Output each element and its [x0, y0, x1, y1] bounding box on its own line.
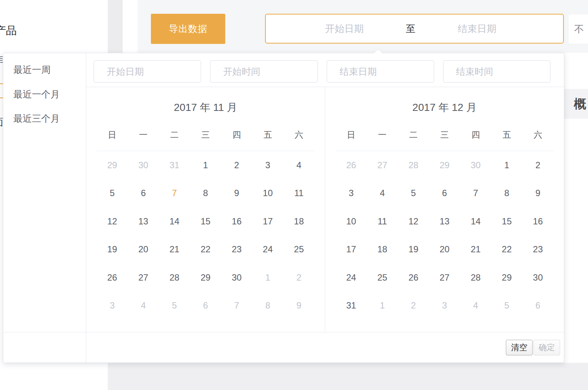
- range-end-placeholder[interactable]: 结束日期: [416, 22, 563, 35]
- calendar-day[interactable]: 7: [460, 188, 491, 198]
- calendar-day[interactable]: 25: [367, 272, 398, 283]
- calendar-day[interactable]: 12: [97, 216, 128, 227]
- calendar-day[interactable]: 9: [283, 300, 314, 311]
- end-time-field[interactable]: [443, 60, 550, 83]
- end-date-field[interactable]: [327, 60, 434, 83]
- calendar-day[interactable]: 22: [190, 244, 221, 255]
- shortcut-last-week[interactable]: 最近一周: [3, 62, 86, 77]
- calendar-day[interactable]: 20: [128, 244, 159, 255]
- shortcut-last-month[interactable]: 最近一个月: [3, 87, 86, 102]
- calendar-day[interactable]: 26: [97, 272, 128, 283]
- calendar-day-today[interactable]: 7: [159, 188, 190, 198]
- calendar-day[interactable]: 8: [252, 300, 284, 311]
- calendar-day[interactable]: 27: [429, 272, 460, 283]
- calendar-day[interactable]: 1: [491, 160, 523, 170]
- calendar-day[interactable]: 1: [252, 272, 284, 283]
- calendar-day[interactable]: 5: [159, 300, 190, 311]
- calendar-day[interactable]: 17: [336, 244, 367, 255]
- calendar-day[interactable]: 27: [128, 272, 159, 283]
- calendar-day[interactable]: 11: [367, 216, 398, 227]
- calendar-day[interactable]: 12: [398, 216, 429, 227]
- calendar-day[interactable]: 6: [522, 300, 553, 311]
- calendar-day[interactable]: 26: [398, 272, 429, 283]
- calendar-day[interactable]: 6: [190, 300, 221, 311]
- calendar-day[interactable]: 25: [283, 244, 314, 255]
- calendar-day[interactable]: 18: [283, 216, 314, 227]
- calendar-day[interactable]: 23: [221, 244, 252, 255]
- calendar-day[interactable]: 15: [190, 216, 221, 227]
- calendar-day[interactable]: 18: [367, 244, 398, 255]
- calendar-day[interactable]: 29: [97, 160, 128, 170]
- calendar-day[interactable]: 3: [336, 188, 367, 198]
- calendar-day[interactable]: 26: [336, 160, 367, 170]
- shortcut-last-three-months[interactable]: 最近三个月: [3, 111, 86, 126]
- calendar-day[interactable]: 4: [460, 300, 491, 311]
- calendar-day[interactable]: 28: [159, 272, 190, 283]
- export-data-button[interactable]: 导出数据: [151, 14, 225, 44]
- clear-button[interactable]: 清空: [506, 340, 533, 355]
- calendar-day[interactable]: 4: [128, 300, 159, 311]
- calendar-day[interactable]: 31: [336, 300, 367, 311]
- calendar-day[interactable]: 29: [190, 272, 221, 283]
- calendar-day[interactable]: 11: [283, 188, 314, 198]
- calendar-day[interactable]: 3: [97, 300, 128, 311]
- calendar-day[interactable]: 22: [491, 244, 523, 255]
- calendar-day[interactable]: 13: [128, 216, 159, 227]
- calendar-day[interactable]: 30: [460, 160, 491, 170]
- calendar-day[interactable]: 31: [159, 160, 190, 170]
- calendar-day[interactable]: 8: [491, 188, 523, 198]
- calendar-day[interactable]: 2: [221, 160, 252, 170]
- calendar-day[interactable]: 13: [429, 216, 460, 227]
- calendar-day[interactable]: 27: [367, 160, 398, 170]
- calendar-day[interactable]: 1: [190, 160, 221, 170]
- calendar-day[interactable]: 3: [252, 160, 284, 170]
- calendar-day[interactable]: 5: [491, 300, 523, 311]
- calendar-day[interactable]: 28: [460, 272, 491, 283]
- calendar-day[interactable]: 30: [522, 272, 553, 283]
- calendar-day[interactable]: 14: [460, 216, 491, 227]
- calendar-day[interactable]: 15: [491, 216, 523, 227]
- calendar-day[interactable]: 16: [221, 216, 252, 227]
- calendar-day[interactable]: 28: [398, 160, 429, 170]
- calendar-day[interactable]: 8: [190, 188, 221, 198]
- start-time-field[interactable]: [210, 60, 317, 83]
- calendar-day[interactable]: 17: [252, 216, 284, 227]
- calendar-day[interactable]: 10: [336, 216, 367, 227]
- calendar-day[interactable]: 29: [429, 160, 460, 170]
- date-range-input[interactable]: 开始日期 至 结束日期: [265, 14, 564, 44]
- calendar-day[interactable]: 19: [398, 244, 429, 255]
- calendar-day[interactable]: 10: [252, 188, 284, 198]
- calendar-day[interactable]: 21: [159, 244, 190, 255]
- calendar-day[interactable]: 2: [522, 160, 553, 170]
- calendar-day[interactable]: 14: [159, 216, 190, 227]
- calendar-day[interactable]: 7: [221, 300, 252, 311]
- start-date-field[interactable]: [94, 60, 201, 83]
- calendar-day[interactable]: 2: [283, 272, 314, 283]
- calendar-day[interactable]: 9: [522, 188, 553, 198]
- calendar-day[interactable]: 30: [128, 160, 159, 170]
- calendar-day[interactable]: 20: [429, 244, 460, 255]
- calendar-day[interactable]: 21: [460, 244, 491, 255]
- calendar-day[interactable]: 29: [491, 272, 523, 283]
- calendar-day[interactable]: 2: [398, 300, 429, 311]
- calendar-day[interactable]: 5: [97, 188, 128, 198]
- calendar-day[interactable]: 6: [128, 188, 159, 198]
- calendar-day[interactable]: 19: [97, 244, 128, 255]
- confirm-button[interactable]: 确定: [533, 340, 560, 355]
- calendar-day[interactable]: 4: [367, 188, 398, 198]
- calendar-day[interactable]: 5: [398, 188, 429, 198]
- calendar-day[interactable]: 9: [221, 188, 252, 198]
- calendar-day[interactable]: 6: [429, 188, 460, 198]
- calendar-day[interactable]: 4: [283, 160, 314, 170]
- weekday-label: 一: [367, 127, 398, 143]
- weekday-header-row: 日一二三四五六: [97, 127, 314, 143]
- calendar-day[interactable]: 30: [221, 272, 252, 283]
- calendar-day[interactable]: 24: [336, 272, 367, 283]
- calendar-day[interactable]: 23: [522, 244, 553, 255]
- calendar-day[interactable]: 24: [252, 244, 284, 255]
- calendar-day[interactable]: 3: [429, 300, 460, 311]
- filter-select-partial[interactable]: 不: [569, 15, 588, 44]
- calendar-day[interactable]: 1: [367, 300, 398, 311]
- range-start-placeholder[interactable]: 开始日期: [266, 22, 406, 35]
- calendar-day[interactable]: 16: [522, 216, 553, 227]
